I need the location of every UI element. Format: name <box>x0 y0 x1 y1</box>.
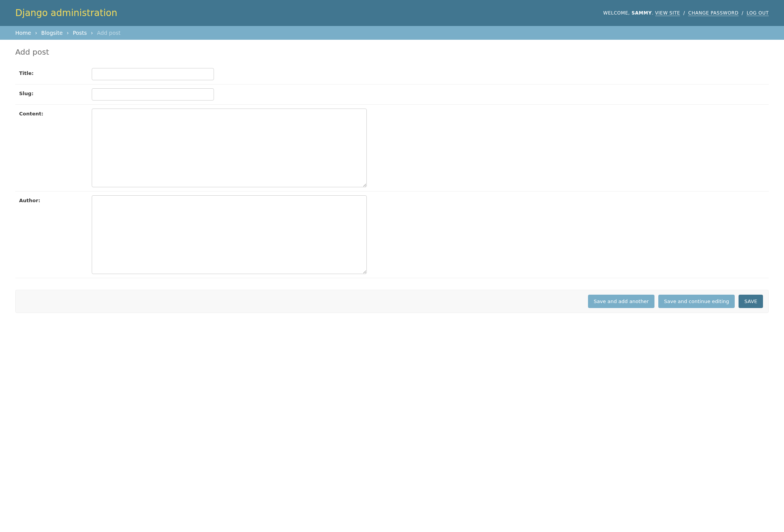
form-row-content: Content: <box>15 105 769 191</box>
breadcrumb-home[interactable]: Home <box>15 30 31 36</box>
period: . <box>652 10 653 16</box>
author-textarea[interactable] <box>92 195 367 274</box>
breadcrumb-current: Add post <box>97 30 121 36</box>
breadcrumb-model[interactable]: Posts <box>73 30 87 36</box>
breadcrumb-app[interactable]: Blogsite <box>41 30 63 36</box>
save-button[interactable]: SAVE <box>739 295 763 308</box>
logout-link[interactable]: LOG OUT <box>747 10 769 16</box>
slug-input[interactable] <box>92 88 214 101</box>
branding: Django administration <box>15 8 117 18</box>
form-row-author: Author: <box>15 191 769 278</box>
content: Add post Title: Slug: Content: Author: S… <box>0 40 784 321</box>
slug-label: Slug: <box>15 88 92 96</box>
view-site-link[interactable]: VIEW SITE <box>655 10 680 16</box>
form-row-slug: Slug: <box>15 84 769 105</box>
username: SAMMY <box>632 10 652 16</box>
title-input[interactable] <box>92 68 214 80</box>
content-textarea[interactable] <box>92 109 367 187</box>
save-continue-button[interactable]: Save and continue editing <box>658 295 735 308</box>
author-label: Author: <box>15 195 92 203</box>
form-row-title: Title: <box>15 64 769 84</box>
separator: / <box>742 10 744 16</box>
submit-row: Save and add another Save and continue e… <box>15 290 769 313</box>
breadcrumb-separator: › <box>67 30 69 36</box>
breadcrumb-separator: › <box>91 30 93 36</box>
add-post-form: Title: Slug: Content: Author: Save and a… <box>15 64 769 313</box>
separator: / <box>683 10 685 16</box>
change-password-link[interactable]: CHANGE PASSWORD <box>688 10 739 16</box>
title-label: Title: <box>15 68 92 76</box>
header: Django administration WELCOME, SAMMY. VI… <box>0 0 784 26</box>
site-name[interactable]: Django administration <box>15 8 117 18</box>
breadcrumb-separator: › <box>35 30 37 36</box>
content-label: Content: <box>15 109 92 117</box>
page-title: Add post <box>15 47 769 57</box>
save-add-another-button[interactable]: Save and add another <box>588 295 654 308</box>
user-tools: WELCOME, SAMMY. VIEW SITE / CHANGE PASSW… <box>603 10 769 16</box>
breadcrumbs: Home › Blogsite › Posts › Add post <box>0 26 784 40</box>
welcome-text: WELCOME, <box>603 10 630 16</box>
